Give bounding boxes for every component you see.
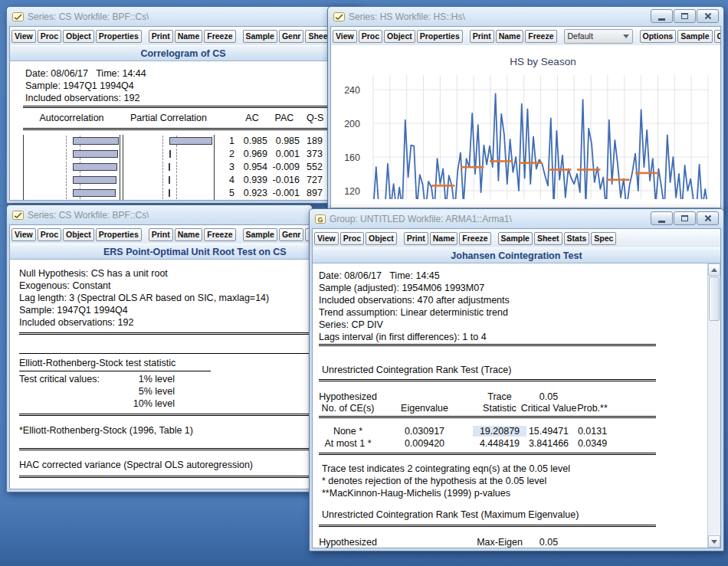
- toolbar: ViewProcObjectPrintNameFreezeSampleSheet…: [313, 229, 720, 248]
- toolbar-button-stats[interactable]: Stats: [564, 232, 590, 245]
- window-title: Series: HS Workfile: HS::Hs\: [349, 11, 465, 22]
- confidence-bound: [66, 136, 67, 147]
- arrow-up-icon: [711, 268, 717, 272]
- toolbar-button-freeze[interactable]: Freeze: [525, 30, 556, 43]
- table-cell: 0.0349: [543, 437, 642, 450]
- table-header-cell: Hypothesized: [313, 536, 398, 548]
- toolbar-button-view[interactable]: View: [333, 30, 357, 43]
- view-header-label: Correlogram of CS: [140, 48, 225, 59]
- ac-value: 0.969: [237, 148, 267, 161]
- correlogram-rows: 10.9850.98518920.9690.00137330.954-0.009…: [10, 61, 356, 200]
- ac-bar: [73, 137, 119, 145]
- scroll-up-button[interactable]: [708, 263, 720, 276]
- confidence-bound: [66, 175, 67, 186]
- pac-bar: [169, 176, 170, 184]
- toolbar-button-options[interactable]: Options: [640, 30, 677, 43]
- toolbar-button-print[interactable]: Print: [149, 228, 173, 241]
- view-header-label: ERS Point-Optimal Unit Root Test on CS: [103, 247, 287, 257]
- graph-type-combo[interactable]: Default: [564, 29, 633, 44]
- toolbar-button-sample[interactable]: Sample: [243, 228, 277, 241]
- maximize-button[interactable]: [674, 211, 696, 225]
- window-title: Series: CS Workfile: BPF::Cs\: [28, 210, 149, 221]
- toolbar-button-proc[interactable]: Proc: [359, 30, 382, 43]
- toolbar-button-view[interactable]: View: [314, 232, 339, 245]
- vertical-scrollbar[interactable]: [707, 263, 720, 548]
- pac-value: -0.001: [269, 187, 300, 200]
- toolbar-button-view[interactable]: View: [11, 30, 36, 43]
- critical-levels: 1% level5% level10% level: [21, 373, 175, 410]
- titlebar[interactable]: Series: HS Workfile: HS::Hs\: [328, 7, 723, 26]
- scroll-down-button[interactable]: [708, 535, 720, 548]
- toolbar-button-print[interactable]: Print: [470, 30, 494, 43]
- toolbar-button-freeze[interactable]: Freeze: [204, 30, 235, 43]
- pac-bar-cell: [123, 187, 215, 200]
- ac-bar: [73, 163, 117, 171]
- toolbar-button-proc[interactable]: Proc: [38, 228, 61, 241]
- confidence-bound: [176, 188, 177, 199]
- toolbar-button-genr[interactable]: Genr: [279, 228, 304, 241]
- minimize-button[interactable]: [651, 211, 673, 225]
- titlebar[interactable]: G Group: UNTITLED Workfile: ARMA1::Arma1…: [310, 209, 723, 228]
- toolbar-button-print[interactable]: Print: [404, 232, 428, 245]
- text-line: Sample: 1947Q1 1994Q4: [19, 304, 269, 316]
- hs-seasonal-chart: 240200160120: [331, 46, 720, 199]
- toolbar-button-view[interactable]: View: [11, 228, 36, 241]
- toolbar-button-name[interactable]: Name: [496, 30, 524, 43]
- titlebar[interactable]: Series: CS Workfile: BPF::Cs\: [7, 7, 359, 26]
- close-button[interactable]: [697, 211, 719, 225]
- toolbar-button-object[interactable]: Object: [63, 228, 94, 241]
- separator: [19, 414, 309, 416]
- toolbar-button-proc[interactable]: Proc: [340, 232, 364, 245]
- toolbar-button-name[interactable]: Name: [175, 228, 203, 241]
- desktop: Series: CS Workfile: BPF::Cs\ ViewProcOb…: [0, 0, 728, 566]
- close-button[interactable]: [697, 9, 719, 23]
- toolbar-button-sample[interactable]: Sample: [498, 232, 533, 245]
- svg-text:G: G: [317, 215, 323, 223]
- series-icon: [12, 12, 24, 21]
- toolbar-button-properties[interactable]: Properties: [96, 228, 142, 241]
- pac-bar: [169, 163, 170, 171]
- text-line: Null Hypothesis: CS has a unit root: [19, 267, 269, 280]
- toolbar-button-object[interactable]: Object: [63, 30, 94, 43]
- ac-value: 0.954: [237, 161, 267, 174]
- pac-bar: [169, 137, 212, 145]
- ac-bar-cell: [23, 135, 120, 148]
- johansen-tables: HypothesizedNo. of CE(s)EigenvalueTraceS…: [313, 263, 720, 548]
- minimize-button[interactable]: [651, 9, 673, 23]
- toolbar-button-genr[interactable]: Genr: [714, 30, 720, 43]
- close-icon: [704, 214, 712, 222]
- toolbar-button-object[interactable]: Object: [366, 232, 397, 245]
- toolbar-button-proc[interactable]: Proc: [38, 30, 61, 43]
- toolbar-button-genr[interactable]: Genr: [279, 30, 304, 43]
- titlebar[interactable]: Series: CS Workfile: BPF::Cs\: [7, 205, 312, 224]
- scroll-thumb[interactable]: [709, 276, 720, 321]
- ac-value: 0.985: [237, 135, 267, 148]
- pac-bar-cell: [123, 148, 215, 161]
- footnote-label: *Elliott-Rothenberg-Stock (1996, Table 1…: [19, 424, 193, 437]
- toolbar-button-properties[interactable]: Properties: [96, 30, 142, 43]
- toolbar-button-object[interactable]: Object: [384, 30, 415, 43]
- toolbar-button-name[interactable]: Name: [175, 30, 203, 43]
- separator: [19, 332, 309, 335]
- ac-bar-cell: [23, 174, 120, 187]
- pac-bar-cell: [123, 161, 215, 174]
- toolbar-button-properties[interactable]: Properties: [417, 30, 463, 43]
- toolbar-button-spec[interactable]: Spec: [591, 232, 616, 245]
- toolbar-button-freeze[interactable]: Freeze: [204, 228, 235, 241]
- toolbar-button-name[interactable]: Name: [430, 232, 458, 245]
- toolbar-button-freeze[interactable]: Freeze: [459, 232, 490, 245]
- toolbar-button-sample[interactable]: Sample: [677, 30, 712, 43]
- toolbar-button-print[interactable]: Print: [149, 30, 173, 43]
- hac-label: HAC corrected variance (Spectral OLS aut…: [19, 459, 253, 471]
- svg-text:240: 240: [344, 85, 360, 96]
- confidence-bound: [162, 136, 163, 147]
- ac-bar: [73, 189, 116, 197]
- maximize-button[interactable]: [674, 9, 696, 23]
- toolbar-button-sample[interactable]: Sample: [243, 30, 277, 43]
- caption-buttons: [651, 9, 719, 23]
- toolbar-button-sheet[interactable]: Sheet: [534, 232, 562, 245]
- ac-bar: [73, 150, 118, 158]
- confidence-bound: [162, 188, 163, 199]
- lag-number: 3: [221, 161, 234, 174]
- ers-test-window: Series: CS Workfile: BPF::Cs\ ViewProcOb…: [6, 204, 313, 492]
